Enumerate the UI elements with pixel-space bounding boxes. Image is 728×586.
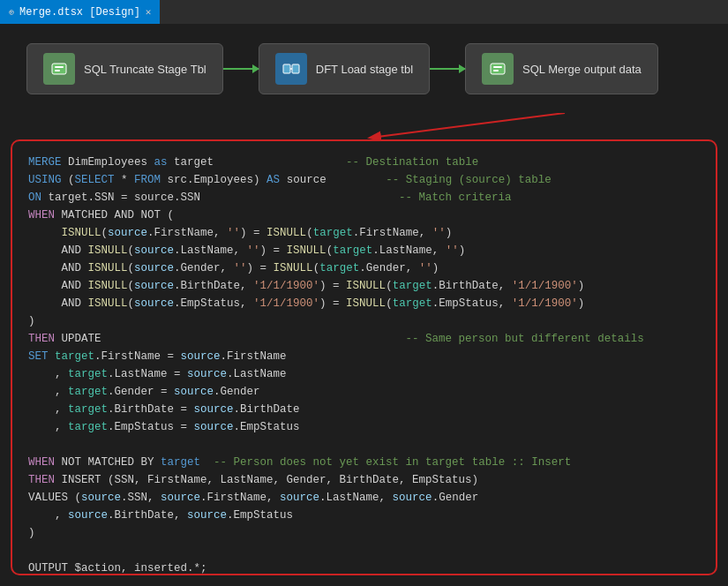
svg-rect-3 — [283, 64, 290, 73]
pipeline-area: SQL Truncate Stage Tbl DFT Load stage tb… — [0, 25, 728, 113]
svg-rect-4 — [292, 64, 299, 73]
node-sql-merge[interactable]: SQL Merge output data — [465, 43, 658, 94]
node-icon-sql-merge — [482, 53, 514, 85]
code-wrapper: MERGE DimEmployees as target -- Destinat… — [11, 139, 717, 575]
arrow-2 — [430, 68, 465, 70]
arrow-1 — [223, 68, 259, 70]
node-icon-dft-load — [275, 53, 307, 85]
node-sql-truncate[interactable]: SQL Truncate Stage Tbl — [26, 43, 223, 94]
node-dft-load[interactable]: DFT Load stage tbl — [259, 43, 430, 94]
tab-bar: ⊕ Merge.dtsx [Design] ✕ — [0, 0, 728, 25]
svg-line-8 — [371, 113, 565, 138]
main-content: SQL Truncate Stage Tbl DFT Load stage tb… — [0, 25, 728, 586]
node-label-dft-load: DFT Load stage tbl — [316, 63, 413, 76]
svg-rect-6 — [493, 66, 502, 68]
node-icon-sql-truncate — [43, 53, 75, 85]
node-label-sql-merge: SQL Merge output data — [522, 63, 642, 76]
tab-label: Merge.dtsx [Design] — [19, 6, 140, 19]
svg-rect-0 — [52, 64, 66, 74]
code-block: MERGE DimEmployees as target -- Destinat… — [28, 154, 700, 575]
red-arrow-area — [0, 113, 728, 139]
tab-pin: ⊕ — [9, 7, 14, 18]
active-tab[interactable]: ⊕ Merge.dtsx [Design] ✕ — [0, 0, 160, 24]
node-label-sql-truncate: SQL Truncate Stage Tbl — [84, 63, 206, 76]
svg-rect-1 — [55, 66, 64, 68]
svg-rect-7 — [493, 70, 499, 71]
pipeline-wrapper: SQL Truncate Stage Tbl DFT Load stage tb… — [0, 25, 728, 113]
svg-rect-5 — [491, 64, 505, 74]
tab-close-icon[interactable]: ✕ — [146, 6, 152, 18]
svg-rect-2 — [55, 70, 60, 71]
